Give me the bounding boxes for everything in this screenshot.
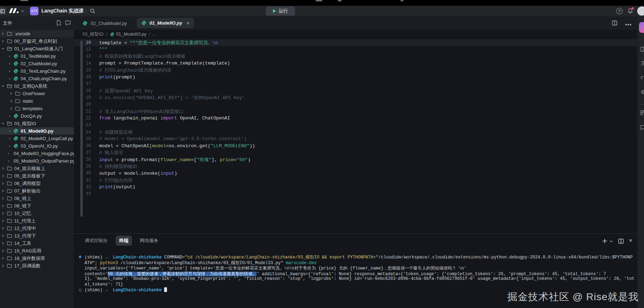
code-text: # 得到模型的输出 xyxy=(99,163,137,170)
python-file-icon xyxy=(82,21,88,26)
tree-item[interactable]: 12_代理中 xyxy=(0,225,74,232)
chevron-down-icon[interactable] xyxy=(609,240,613,243)
tree-item[interactable]: 14_工具 xyxy=(0,240,74,247)
project-name[interactable]: LangChain 实战课 xyxy=(41,8,83,14)
add-terminal-icon[interactable] xyxy=(602,238,607,243)
close-panel-icon[interactable]: × xyxy=(629,237,632,244)
tree-item[interactable]: 03_OpenAI_IO.py xyxy=(0,142,74,150)
code-text: # 创建模型实例 xyxy=(99,129,133,135)
code-text: print(output) xyxy=(99,184,135,190)
tree-item[interactable]: 05_提示模板下 xyxy=(0,172,74,180)
tree-item[interactable]: 13_代理下 xyxy=(0,232,74,240)
editor-tab[interactable]: 01_ModelIO.py× xyxy=(137,18,194,28)
folder-icon xyxy=(7,174,12,178)
code-text: template = """您是一位专业的鲜花店文案撰写员。\n xyxy=(99,40,218,46)
tree-item-label: 00_开篇词_奇点时刻 xyxy=(14,38,57,45)
tree-item-label: 02_ModelIO_LoopCall.py xyxy=(21,136,73,141)
tree-item[interactable]: 01_LangChain快速入门 xyxy=(0,45,74,52)
panel-tab[interactable]: 网络服务 xyxy=(140,237,158,244)
tree-item-label: 03_OpenAI_IO.py xyxy=(21,143,58,149)
tree-item[interactable]: 08_链上 xyxy=(0,195,74,202)
panel-tab[interactable]: 终端 xyxy=(116,236,132,246)
ai-assistant-icon[interactable] xyxy=(639,22,644,33)
new-folder-icon[interactable] xyxy=(65,20,71,25)
marscode-logo[interactable] xyxy=(9,8,19,14)
toggle-sidebar-button[interactable] xyxy=(0,7,6,15)
tree-item[interactable]: 02_ChatModel.py xyxy=(0,60,74,67)
tree-item[interactable]: .vscode xyxy=(0,30,74,37)
tree-item[interactable]: 15_RAG应用 xyxy=(0,247,74,255)
chevron-down-icon xyxy=(1,47,5,50)
tree-item[interactable]: 06_调用模型 xyxy=(0,180,74,187)
code-editor[interactable]: 10template = """您是一位专业的鲜花店文案撰写员。\n12"""1… xyxy=(74,38,637,233)
tree-item[interactable]: 11_代理上 xyxy=(0,217,74,225)
split-panel-icon[interactable] xyxy=(618,238,624,244)
git-status-dot xyxy=(8,56,11,57)
tree-item[interactable]: 16_操作数据库 xyxy=(0,255,74,262)
search-icon[interactable] xyxy=(90,9,95,14)
new-file-icon[interactable] xyxy=(56,20,61,26)
breadcrumb-more[interactable]: ... xyxy=(153,32,156,37)
tree-item[interactable]: 04_ModelIO_HuggingFace.py xyxy=(0,150,74,157)
more-actions-icon[interactable]: ••• xyxy=(625,21,632,27)
user-icon[interactable] xyxy=(640,61,644,66)
tree-item[interactable]: 01_TextModel.py xyxy=(0,52,74,60)
folder-icon xyxy=(7,241,12,246)
tree-item[interactable]: 05_ModelIO_OutputParser.py xyxy=(0,157,74,165)
tree-item[interactable]: OneFlower xyxy=(0,90,74,97)
bug-icon[interactable] xyxy=(640,89,644,95)
tree-item[interactable]: static xyxy=(0,97,74,105)
close-tab-icon[interactable]: × xyxy=(187,21,189,26)
tree-item[interactable]: 07_解析输出 xyxy=(0,187,74,195)
chevron-right-icon xyxy=(9,92,13,95)
tree-item[interactable]: 04_ChatLongChain.py xyxy=(0,75,74,82)
help-icon[interactable]: ? xyxy=(616,8,623,14)
panel-tab[interactable]: 调试控制台 xyxy=(85,237,108,244)
chevron-down-icon[interactable] xyxy=(21,9,24,13)
folder-icon xyxy=(7,219,12,223)
tree-item[interactable]: DocQA.py xyxy=(0,112,74,120)
python-file-icon xyxy=(13,136,19,141)
chevron-right-icon xyxy=(1,40,5,43)
code-line: 10template = """您是一位专业的鲜花店文案撰写员。\n xyxy=(74,39,637,46)
tree-item[interactable]: 02_ModelIO_LoopCall.py xyxy=(0,135,74,142)
screen-artifact xyxy=(20,0,28,1)
code-line: 30output = model.invoke(input) xyxy=(74,170,637,177)
tree-item-label: .vscode xyxy=(14,31,30,36)
tree-item[interactable]: 03_TextLangChain.py xyxy=(0,67,74,75)
tree-item[interactable]: 02_文档QA系统 xyxy=(0,82,74,90)
grid-icon[interactable] xyxy=(640,110,644,115)
chevron-down-icon[interactable] xyxy=(80,9,83,13)
tree-item-label: 05_提示模板下 xyxy=(14,173,45,179)
tree-item[interactable]: 09_链下 xyxy=(0,202,74,210)
tree-item[interactable]: 00_开篇词_奇点时刻 xyxy=(0,37,74,45)
tree-item[interactable]: 03_模型IO xyxy=(0,120,74,127)
git-status-dot xyxy=(8,153,9,154)
tree-item-label: 03_模型IO xyxy=(14,120,36,127)
tree-item-label: 02_文档QA系统 xyxy=(14,83,47,89)
tree-item[interactable]: 17_回调函数 xyxy=(0,262,74,270)
file-explorer-title: 文件 xyxy=(3,20,12,26)
breadcrumb-folder[interactable]: 03_模型IO xyxy=(82,31,103,37)
tree-item[interactable]: 04_提示模板上 xyxy=(0,165,74,172)
editor-tabbar: ••• 02_ChatModel.py 01_ModelIO.py× xyxy=(74,16,637,30)
bell-icon[interactable] xyxy=(627,8,634,14)
folder-icon xyxy=(7,189,12,193)
docs-icon[interactable] xyxy=(640,46,644,52)
code-text: from langchain_openai import OpenAI, Cha… xyxy=(99,115,230,121)
tree-item[interactable]: templates xyxy=(0,105,74,112)
breadcrumb-file[interactable]: 01_ModelIO.py xyxy=(110,32,147,37)
tree-item[interactable]: 10_记忆 xyxy=(0,210,74,217)
editor-tab[interactable]: 02_ChatModel.py xyxy=(79,16,131,30)
folder-icon xyxy=(15,91,20,96)
chat-icon[interactable] xyxy=(640,125,644,130)
tree-item[interactable]: 01_ModelIO.py xyxy=(0,127,74,135)
run-button[interactable]: 运行 xyxy=(266,6,295,16)
git-status-dot xyxy=(8,145,11,147)
scrollbar-thumb[interactable] xyxy=(80,41,83,217)
avatar[interactable] xyxy=(637,6,644,16)
code-text: model = ChatOpenAI(model=os.environ.get(… xyxy=(99,143,255,149)
split-editor-icon[interactable] xyxy=(612,20,617,26)
python-file-icon xyxy=(110,32,115,37)
link-icon[interactable] xyxy=(640,75,644,81)
